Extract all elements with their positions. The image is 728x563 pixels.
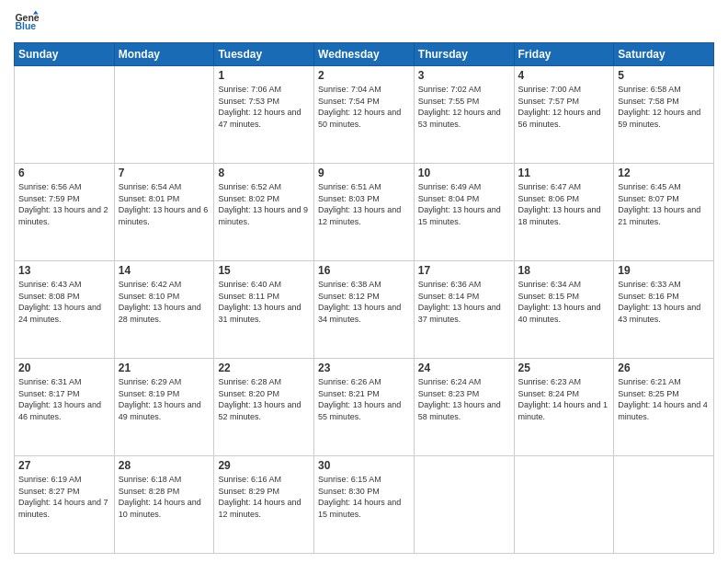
day-cell: 13Sunrise: 6:43 AM Sunset: 8:08 PM Dayli… [15,261,115,359]
day-cell: 25Sunrise: 6:23 AM Sunset: 8:24 PM Dayli… [514,359,614,456]
day-number: 11 [518,167,610,179]
week-row-3: 13Sunrise: 6:43 AM Sunset: 8:08 PM Dayli… [15,261,714,359]
day-number: 14 [119,264,210,277]
day-info: Sunrise: 6:45 AM Sunset: 8:07 PM Dayligh… [618,181,710,227]
day-info: Sunrise: 6:19 AM Sunset: 8:27 PM Dayligh… [18,474,110,520]
day-info: Sunrise: 6:26 AM Sunset: 8:21 PM Dayligh… [318,376,410,422]
day-cell: 29Sunrise: 6:16 AM Sunset: 8:29 PM Dayli… [214,456,314,554]
day-number: 17 [418,264,510,277]
day-number: 9 [318,167,410,179]
day-number: 25 [518,362,610,374]
week-row-2: 6Sunrise: 6:56 AM Sunset: 7:59 PM Daylig… [15,164,714,261]
day-info: Sunrise: 6:18 AM Sunset: 8:28 PM Dayligh… [119,474,210,520]
week-row-5: 27Sunrise: 6:19 AM Sunset: 8:27 PM Dayli… [15,456,714,554]
day-cell: 19Sunrise: 6:33 AM Sunset: 8:16 PM Dayli… [614,261,714,359]
page: General Blue SundayMondayTuesdayWednesda… [0,0,728,563]
day-info: Sunrise: 6:58 AM Sunset: 7:58 PM Dayligh… [618,84,710,130]
day-cell: 21Sunrise: 6:29 AM Sunset: 8:19 PM Dayli… [114,359,214,456]
day-number: 8 [218,167,310,179]
day-header-thursday: Thursday [414,43,514,66]
day-cell: 6Sunrise: 6:56 AM Sunset: 7:59 PM Daylig… [15,164,115,261]
day-cell [514,456,614,554]
day-cell: 26Sunrise: 6:21 AM Sunset: 8:25 PM Dayli… [614,359,714,456]
day-cell: 15Sunrise: 6:40 AM Sunset: 8:11 PM Dayli… [214,261,314,359]
day-info: Sunrise: 7:02 AM Sunset: 7:55 PM Dayligh… [418,84,510,130]
logo-icon: General Blue [14,9,40,35]
day-cell [414,456,514,554]
day-number: 12 [618,167,710,179]
day-cell: 2Sunrise: 7:04 AM Sunset: 7:54 PM Daylig… [314,66,415,164]
day-info: Sunrise: 6:34 AM Sunset: 8:15 PM Dayligh… [518,279,610,325]
day-header-sunday: Sunday [15,43,115,66]
day-cell: 8Sunrise: 6:52 AM Sunset: 8:02 PM Daylig… [214,164,314,261]
header-row: SundayMondayTuesdayWednesdayThursdayFrid… [15,43,714,66]
day-header-saturday: Saturday [614,43,714,66]
day-info: Sunrise: 7:00 AM Sunset: 7:57 PM Dayligh… [518,84,610,130]
day-info: Sunrise: 6:43 AM Sunset: 8:08 PM Dayligh… [18,279,110,325]
day-cell: 24Sunrise: 6:24 AM Sunset: 8:23 PM Dayli… [414,359,514,456]
day-info: Sunrise: 6:40 AM Sunset: 8:11 PM Dayligh… [218,279,310,325]
day-cell [114,66,214,164]
day-cell: 7Sunrise: 6:54 AM Sunset: 8:01 PM Daylig… [114,164,214,261]
day-cell: 5Sunrise: 6:58 AM Sunset: 7:58 PM Daylig… [614,66,714,164]
day-header-monday: Monday [114,43,214,66]
day-cell: 12Sunrise: 6:45 AM Sunset: 8:07 PM Dayli… [614,164,714,261]
calendar-table: SundayMondayTuesdayWednesdayThursdayFrid… [14,42,714,554]
day-info: Sunrise: 6:15 AM Sunset: 8:30 PM Dayligh… [318,474,410,520]
day-number: 15 [218,264,310,277]
day-number: 20 [18,362,110,374]
day-info: Sunrise: 6:24 AM Sunset: 8:23 PM Dayligh… [418,376,510,422]
day-number: 23 [318,362,410,374]
day-number: 4 [518,69,610,82]
day-number: 1 [218,69,310,82]
day-number: 18 [518,264,610,277]
day-number: 13 [18,264,110,277]
day-number: 10 [418,167,510,179]
day-number: 16 [318,264,410,277]
day-number: 30 [318,459,410,472]
day-number: 19 [618,264,710,277]
day-info: Sunrise: 6:31 AM Sunset: 8:17 PM Dayligh… [18,376,110,422]
day-cell [15,66,115,164]
week-row-4: 20Sunrise: 6:31 AM Sunset: 8:17 PM Dayli… [15,359,714,456]
day-cell: 30Sunrise: 6:15 AM Sunset: 8:30 PM Dayli… [314,456,415,554]
day-number: 2 [318,69,410,82]
day-info: Sunrise: 6:42 AM Sunset: 8:10 PM Dayligh… [119,279,210,325]
day-info: Sunrise: 6:16 AM Sunset: 8:29 PM Dayligh… [218,474,310,520]
header: General Blue [14,9,714,35]
day-number: 3 [418,69,510,82]
day-number: 27 [18,459,110,472]
day-number: 29 [218,459,310,472]
day-cell: 1Sunrise: 7:06 AM Sunset: 7:53 PM Daylig… [214,66,314,164]
day-cell: 4Sunrise: 7:00 AM Sunset: 7:57 PM Daylig… [514,66,614,164]
day-cell: 9Sunrise: 6:51 AM Sunset: 8:03 PM Daylig… [314,164,415,261]
day-cell: 11Sunrise: 6:47 AM Sunset: 8:06 PM Dayli… [514,164,614,261]
day-header-friday: Friday [514,43,614,66]
day-cell: 10Sunrise: 6:49 AM Sunset: 8:04 PM Dayli… [414,164,514,261]
day-cell: 27Sunrise: 6:19 AM Sunset: 8:27 PM Dayli… [15,456,115,554]
day-info: Sunrise: 6:38 AM Sunset: 8:12 PM Dayligh… [318,279,410,325]
day-cell: 22Sunrise: 6:28 AM Sunset: 8:20 PM Dayli… [214,359,314,456]
day-cell: 23Sunrise: 6:26 AM Sunset: 8:21 PM Dayli… [314,359,415,456]
day-cell: 3Sunrise: 7:02 AM Sunset: 7:55 PM Daylig… [414,66,514,164]
week-row-1: 1Sunrise: 7:06 AM Sunset: 7:53 PM Daylig… [15,66,714,164]
day-info: Sunrise: 6:21 AM Sunset: 8:25 PM Dayligh… [618,376,710,422]
day-number: 5 [618,69,710,82]
day-info: Sunrise: 6:56 AM Sunset: 7:59 PM Dayligh… [18,181,110,227]
day-info: Sunrise: 6:52 AM Sunset: 8:02 PM Dayligh… [218,181,310,227]
day-cell: 14Sunrise: 6:42 AM Sunset: 8:10 PM Dayli… [114,261,214,359]
day-cell: 16Sunrise: 6:38 AM Sunset: 8:12 PM Dayli… [314,261,415,359]
day-info: Sunrise: 6:23 AM Sunset: 8:24 PM Dayligh… [518,376,610,422]
day-header-tuesday: Tuesday [214,43,314,66]
day-info: Sunrise: 6:51 AM Sunset: 8:03 PM Dayligh… [318,181,410,227]
day-cell: 18Sunrise: 6:34 AM Sunset: 8:15 PM Dayli… [514,261,614,359]
day-number: 24 [418,362,510,374]
day-number: 21 [119,362,210,374]
day-info: Sunrise: 6:28 AM Sunset: 8:20 PM Dayligh… [218,376,310,422]
day-info: Sunrise: 6:33 AM Sunset: 8:16 PM Dayligh… [618,279,710,325]
day-info: Sunrise: 7:04 AM Sunset: 7:54 PM Dayligh… [318,84,410,130]
day-info: Sunrise: 6:49 AM Sunset: 8:04 PM Dayligh… [418,181,510,227]
day-number: 7 [119,167,210,179]
day-header-wednesday: Wednesday [314,43,415,66]
calendar-header: SundayMondayTuesdayWednesdayThursdayFrid… [15,43,714,66]
